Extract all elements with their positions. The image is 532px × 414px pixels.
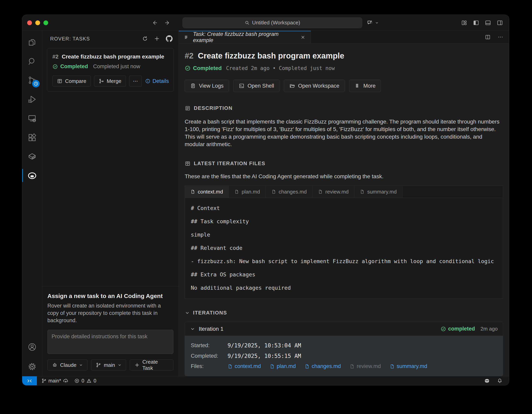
accounts-button[interactable] [22, 338, 42, 357]
chat-sparkle-icon [367, 19, 373, 26]
copilot-icon[interactable] [484, 378, 490, 384]
description-body: Create a bash script that implements the… [185, 118, 503, 148]
error-icon [74, 378, 80, 384]
back-arrow-icon[interactable] [151, 19, 158, 26]
open-shell-button[interactable]: Open Shell [233, 80, 279, 92]
terminal-icon [239, 83, 245, 89]
account-icon [27, 342, 37, 352]
plus-icon [134, 362, 140, 368]
add-task-icon[interactable] [154, 36, 160, 42]
task-instructions-input[interactable] [48, 330, 173, 354]
more-actions-icon[interactable] [497, 34, 504, 40]
file-icon [190, 189, 195, 194]
new-task-description: Rover will create an isolated environmen… [48, 302, 173, 324]
file-tab-plan[interactable]: plan.md [229, 186, 266, 198]
refresh-icon[interactable] [142, 36, 148, 42]
status-bar: main* 0 0 [22, 376, 509, 385]
file-link-summary[interactable]: summary.md [390, 363, 427, 369]
file-icon [350, 364, 355, 369]
close-window-button[interactable] [27, 20, 32, 25]
vscode-window: Untitled (Workspace) [22, 15, 509, 386]
merge-button[interactable]: Merge [94, 75, 126, 87]
command-center-search[interactable]: Untitled (Workspace) [182, 18, 362, 28]
traffic-lights [22, 20, 48, 25]
files-label: Files: [191, 363, 228, 369]
view-logs-button[interactable]: View Logs [185, 80, 229, 92]
completed-value: 9/19/2025, 10:55:15 AM [228, 353, 301, 359]
task-detail-view: #2 Create fizzbuzz bash program example … [179, 43, 509, 376]
sidebar-item-extensions[interactable] [22, 128, 42, 147]
task-title: Create fizzbuzz bash program example [62, 54, 164, 60]
copilot-chat-button[interactable] [367, 19, 379, 26]
check-circle-icon [52, 64, 58, 69]
file-tab-context[interactable]: context.md [185, 186, 229, 198]
toggle-secondary-sidebar-icon[interactable] [497, 20, 503, 26]
github-icon[interactable] [166, 35, 172, 42]
file-icon [390, 364, 395, 369]
task-more-button[interactable]: ⋯ [129, 75, 142, 87]
warning-icon [86, 378, 92, 384]
started-label: Started: [191, 342, 228, 348]
problems-status[interactable]: 0 0 [74, 378, 96, 384]
file-tab-changes[interactable]: changes.md [266, 186, 313, 198]
file-tab-summary[interactable]: summary.md [354, 186, 402, 198]
remote-indicator[interactable] [22, 376, 37, 385]
git-branch-icon [96, 362, 101, 368]
sidebar-item-explorer[interactable] [22, 33, 42, 52]
warning-count: 0 [94, 378, 96, 384]
file-link-context[interactable]: context.md [228, 363, 261, 369]
list-solid-icon [354, 83, 361, 89]
sidebar-title: ROVER: TASKS [50, 36, 142, 42]
code-line: simple [191, 228, 497, 241]
remote-explorer-icon [27, 114, 37, 123]
file-preview-panel: context.md plan.md changes.md [185, 186, 503, 299]
file-link-plan[interactable]: plan.md [270, 363, 296, 369]
file-content-viewer[interactable]: # Context ## Task complexity simple ## R… [185, 198, 503, 298]
container-icon [27, 152, 37, 161]
minimize-window-button[interactable] [35, 20, 40, 25]
toggle-sidebar-icon[interactable] [473, 20, 479, 26]
iteration-card: Iteration 1 completed 2m ago [185, 322, 503, 376]
agent-select[interactable]: Claude [48, 359, 87, 371]
task-card[interactable]: #2 Create fizzbuzz bash program example … [47, 48, 174, 92]
logs-icon [190, 83, 196, 89]
zoom-window-button[interactable] [43, 20, 48, 25]
sidebar-item-run-debug[interactable] [22, 90, 42, 109]
notifications-bell-icon[interactable] [497, 378, 503, 384]
chevron-down-icon [118, 363, 122, 367]
details-link[interactable]: Details [145, 78, 169, 84]
close-icon[interactable] [300, 35, 305, 40]
sidebar-item-remote-explorer[interactable] [22, 109, 42, 128]
settings-button[interactable] [22, 357, 42, 376]
forward-arrow-icon[interactable] [164, 19, 171, 26]
branch-status[interactable]: main* [41, 378, 69, 384]
latest-files-heading: LATEST ITERATION FILES [194, 160, 266, 167]
latest-files-caption: These are the files that the AI Coding A… [185, 173, 503, 180]
compare-button[interactable]: Compare [52, 75, 91, 87]
toggle-panel-icon[interactable] [485, 20, 491, 26]
branch-label: main* [48, 378, 61, 384]
file-tab-review[interactable]: review.md [313, 186, 354, 198]
file-icon [270, 364, 275, 369]
iterations-section-toggle[interactable]: ITERATIONS [185, 310, 503, 316]
iteration-header[interactable]: Iteration 1 completed 2m ago [185, 322, 503, 336]
open-workspace-button[interactable]: Open Workspace [284, 80, 345, 92]
file-link-changes[interactable]: changes.md [304, 363, 341, 369]
split-editor-icon[interactable] [485, 34, 491, 40]
sidebar-item-containers[interactable] [22, 147, 42, 166]
branch-select[interactable]: main [91, 359, 126, 371]
sidebar-item-search[interactable] [22, 52, 42, 71]
create-task-button[interactable]: Create Task [130, 359, 173, 371]
git-branch-icon [41, 378, 47, 384]
customize-layout-icon[interactable] [461, 20, 467, 26]
tab-task-detail[interactable]: Task: Create fizzbuzz bash program examp… [179, 31, 311, 43]
rover-icon [27, 170, 37, 180]
sidebar-item-source-control[interactable] [22, 71, 42, 90]
code-line: ## Relevant code [191, 241, 497, 254]
file-icon [228, 364, 233, 369]
code-line: ## Task complexity [191, 215, 497, 228]
sidebar-item-rover[interactable] [22, 166, 42, 185]
robot-icon [52, 362, 57, 368]
more-button[interactable]: More [349, 80, 381, 92]
check-circle-icon [185, 65, 191, 71]
